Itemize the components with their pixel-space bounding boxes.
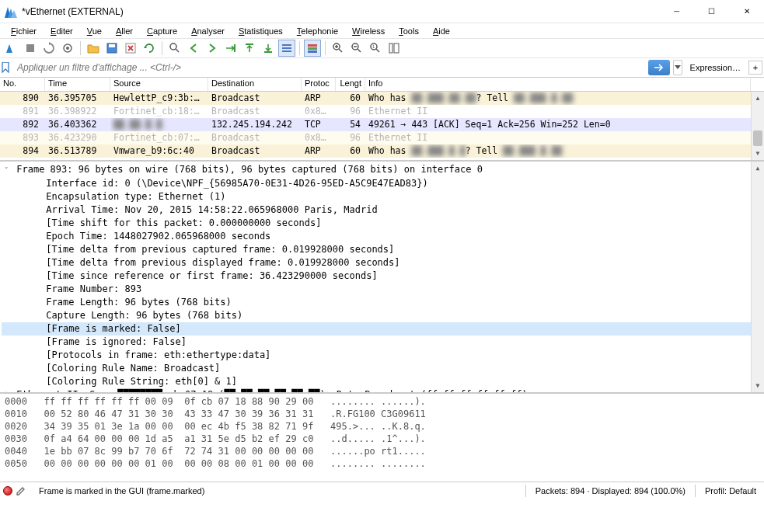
detail-field[interactable]: [Time delta from previous captured frame… bbox=[2, 243, 764, 256]
arrow-right-icon bbox=[654, 64, 665, 71]
minimize-button[interactable]: ─ bbox=[659, 0, 694, 23]
detail-field[interactable]: [Time since reference or first frame: 36… bbox=[2, 269, 764, 283]
col-dst[interactable]: Destination bbox=[208, 78, 302, 91]
capture-options-button[interactable] bbox=[59, 40, 76, 57]
colorize-button[interactable] bbox=[304, 40, 321, 57]
go-first-button[interactable] bbox=[241, 40, 258, 57]
detail-field[interactable]: [Frame is marked: False] bbox=[2, 322, 764, 336]
details-scrollbar[interactable]: ▲ ▼ bbox=[751, 162, 764, 392]
zoom-reset-button[interactable]: 1 bbox=[367, 40, 384, 57]
go-back-button[interactable] bbox=[185, 40, 202, 57]
menu-analyze[interactable]: Analyser bbox=[185, 25, 231, 37]
go-last-button[interactable] bbox=[260, 40, 277, 57]
go-to-packet-button[interactable] bbox=[222, 40, 239, 57]
collapse-icon[interactable]: ˅ bbox=[2, 164, 11, 177]
detail-field[interactable]: [Coloring Rule Name: Broadcast] bbox=[2, 362, 764, 375]
detail-field[interactable]: Capture Length: 96 bytes (768 bits) bbox=[2, 309, 764, 322]
resize-columns-button[interactable] bbox=[385, 40, 403, 57]
detail-field[interactable]: Frame Number: 893 bbox=[2, 283, 764, 296]
col-len[interactable]: Lengt bbox=[336, 78, 365, 91]
menu-wireless[interactable]: Wireless bbox=[346, 25, 391, 37]
scroll-up-icon[interactable]: ▲ bbox=[752, 92, 764, 105]
scroll-up-icon[interactable]: ▲ bbox=[752, 162, 764, 175]
packet-list[interactable]: ▲ ▼ 89036.395705HewlettP_c9:3b:…Broadcas… bbox=[0, 92, 764, 162]
menu-go[interactable]: Aller bbox=[110, 25, 139, 37]
frame-node[interactable]: ˅ Frame 893: 96 bytes on wire (768 bits)… bbox=[2, 163, 764, 177]
app-icon bbox=[5, 5, 17, 18]
detail-field[interactable]: Encapsulation type: Ethernet (1) bbox=[2, 190, 764, 203]
expert-info-button[interactable] bbox=[3, 486, 12, 495]
arrow-left-icon bbox=[188, 43, 199, 54]
start-capture-button[interactable] bbox=[3, 40, 20, 57]
packet-list-scrollbar[interactable]: ▲ ▼ bbox=[751, 92, 764, 160]
add-filter-button[interactable]: + bbox=[748, 61, 762, 75]
packet-row[interactable]: 89436.513789Vmware_b9:6c:40BroadcastARP6… bbox=[0, 144, 764, 158]
stop-icon bbox=[25, 43, 36, 54]
detail-field[interactable]: [Time delta from previous displayed fram… bbox=[2, 256, 764, 269]
status-profile[interactable]: Profil: Default bbox=[700, 486, 761, 495]
gear-icon bbox=[61, 42, 74, 54]
go-forward-button[interactable] bbox=[204, 40, 221, 57]
bookmark-icon[interactable] bbox=[0, 60, 11, 75]
autoscroll-button[interactable] bbox=[278, 40, 295, 57]
detail-field[interactable]: Epoch Time: 1448027902.065968000 seconds bbox=[2, 230, 764, 243]
col-info[interactable]: Info bbox=[365, 78, 751, 91]
menu-tools[interactable]: Tools bbox=[392, 25, 425, 37]
hex-row[interactable]: 0050 00 00 00 00 00 00 01 00 00 00 08 00… bbox=[5, 457, 764, 470]
stop-capture-button[interactable] bbox=[22, 40, 39, 57]
open-file-button[interactable] bbox=[85, 40, 102, 57]
svg-rect-4 bbox=[109, 44, 115, 47]
apply-filter-button[interactable] bbox=[648, 60, 670, 75]
edit-icon[interactable] bbox=[16, 485, 26, 496]
scroll-down-icon[interactable]: ▼ bbox=[752, 147, 764, 160]
packet-row[interactable]: 89236.403362██.██.█.█132.245.194.242TCP5… bbox=[0, 118, 764, 131]
detail-field[interactable]: Frame Length: 96 bytes (768 bits) bbox=[2, 296, 764, 309]
detail-field[interactable]: [Coloring Rule String: eth[0] & 1] bbox=[2, 375, 764, 388]
menu-statistics[interactable]: Statistiques bbox=[232, 25, 289, 37]
menu-telephony[interactable]: Telephonie bbox=[291, 25, 344, 37]
svg-rect-14 bbox=[308, 47, 317, 50]
hex-row[interactable]: 0010 00 52 80 46 47 31 30 30 43 33 47 30… bbox=[5, 408, 764, 420]
col-time[interactable]: Time bbox=[45, 78, 110, 91]
display-filter-input[interactable] bbox=[14, 59, 645, 76]
zoom-in-button[interactable] bbox=[330, 40, 347, 57]
close-file-button[interactable] bbox=[122, 40, 139, 57]
scroll-down-icon[interactable]: ▼ bbox=[752, 379, 764, 392]
packet-row[interactable]: 89336.423290Fortinet_cb:07:…Broadcast0x8… bbox=[0, 131, 764, 144]
col-proto[interactable]: Protoc bbox=[302, 78, 336, 91]
restart-capture-button[interactable] bbox=[40, 40, 58, 57]
find-packet-button[interactable] bbox=[166, 40, 183, 57]
filter-dropdown[interactable] bbox=[673, 60, 682, 75]
hex-row[interactable]: 0000 ff ff ff ff ff ff 00 09 0f cb 07 18… bbox=[5, 395, 764, 408]
col-no[interactable]: No. bbox=[0, 78, 45, 91]
packet-details-pane[interactable]: ▲ ▼ ˅ Frame 893: 96 bytes on wire (768 b… bbox=[0, 162, 764, 394]
packet-row[interactable]: 89036.395705HewlettP_c9:3b:…BroadcastARP… bbox=[0, 92, 764, 105]
close-button[interactable]: ✕ bbox=[729, 0, 764, 23]
hex-row[interactable]: 0040 1e bb 07 8c 99 b7 70 6f 72 74 31 00… bbox=[5, 445, 764, 457]
menu-view[interactable]: Vue bbox=[81, 25, 108, 37]
save-file-button[interactable] bbox=[103, 40, 120, 57]
reload-file-button[interactable] bbox=[141, 40, 158, 57]
ethernet-node[interactable]: ˃ Ethernet II, Src: ████████_cb:07:18 (█… bbox=[2, 388, 764, 394]
packet-row[interactable]: 89136.398922Fortinet_cb:18:…Broadcast0x8… bbox=[0, 105, 764, 118]
packet-bytes-pane[interactable]: 0000 ff ff ff ff ff ff 00 09 0f cb 07 18… bbox=[0, 394, 764, 482]
menu-help[interactable]: Aide bbox=[427, 25, 456, 37]
detail-field[interactable]: Interface id: 0 (\Device\NPF_{56985A70-0… bbox=[2, 177, 764, 190]
filter-expression-button[interactable]: Expression… bbox=[686, 63, 745, 72]
jump-icon bbox=[225, 42, 237, 54]
scrollbar-thumb[interactable] bbox=[753, 130, 762, 146]
detail-field[interactable]: [Frame is ignored: False] bbox=[2, 336, 764, 349]
zoom-out-button[interactable] bbox=[348, 40, 365, 57]
menu-capture[interactable]: Capture bbox=[141, 25, 183, 37]
arrow-right-icon bbox=[207, 43, 218, 54]
detail-field[interactable]: Arrival Time: Nov 20, 2015 14:58:22.0659… bbox=[2, 203, 764, 217]
menu-file[interactable]: Fichier bbox=[5, 25, 43, 37]
maximize-button[interactable]: ☐ bbox=[694, 0, 729, 23]
detail-field[interactable]: [Time shift for this packet: 0.000000000… bbox=[2, 217, 764, 230]
col-src[interactable]: Source bbox=[110, 78, 208, 91]
svg-rect-20 bbox=[389, 43, 392, 53]
hex-row[interactable]: 0030 0f a4 64 00 00 00 1d a5 a1 31 5e d5… bbox=[5, 433, 764, 445]
menu-edit[interactable]: Editer bbox=[44, 25, 79, 37]
hex-row[interactable]: 0020 34 39 35 01 3e 1a 00 00 00 ec 4b f5… bbox=[5, 420, 764, 433]
detail-field[interactable]: [Protocols in frame: eth:ethertype:data] bbox=[2, 349, 764, 362]
